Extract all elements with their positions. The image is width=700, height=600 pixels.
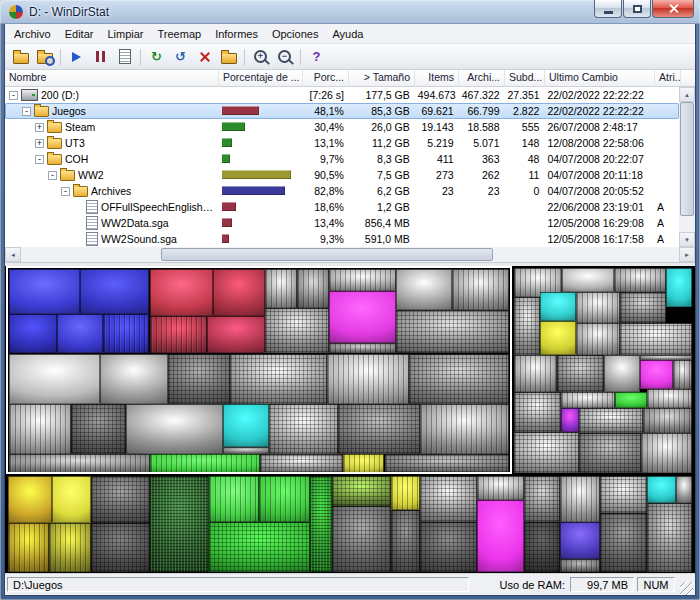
- treemap-cell[interactable]: [600, 476, 647, 513]
- tree-row[interactable]: +UT313,1%11,2 GB5.2195.07114812/08/2008 …: [5, 135, 679, 151]
- treemap-cell[interactable]: [514, 355, 557, 392]
- treemap-cell[interactable]: [310, 476, 332, 572]
- treemap-cell[interactable]: [524, 522, 560, 572]
- explorer-button[interactable]: [217, 46, 240, 68]
- column-header-6[interactable]: Subd...: [505, 70, 545, 87]
- menu-treemap[interactable]: Treemap: [151, 26, 209, 42]
- title-bar[interactable]: D: - WinDirStat: [4, 0, 696, 24]
- help-button[interactable]: ?: [305, 46, 328, 68]
- treemap-cell[interactable]: [213, 269, 265, 317]
- treemap-cell[interactable]: [561, 408, 579, 431]
- treemap-cell[interactable]: [540, 321, 576, 355]
- maximize-button[interactable]: [623, 0, 651, 18]
- treemap-cell[interactable]: [49, 523, 90, 572]
- tree-row[interactable]: -COH9,7%8,3 GB4113634804/07/2008 20:22:0…: [5, 151, 679, 167]
- open-button[interactable]: [9, 46, 32, 68]
- treemap-cell[interactable]: [332, 506, 391, 571]
- treemap-cell[interactable]: [168, 354, 230, 404]
- treemap-cell[interactable]: [579, 408, 642, 433]
- treemap-cell[interactable]: [9, 454, 150, 472]
- reload-button[interactable]: ↺: [169, 46, 192, 68]
- treemap-cell[interactable]: [540, 292, 576, 321]
- suspend-button[interactable]: [89, 46, 112, 68]
- treemap-cell[interactable]: [327, 354, 410, 404]
- treemap-cell[interactable]: [615, 392, 647, 409]
- treemap-cell[interactable]: [604, 355, 640, 392]
- treemap-cell[interactable]: [265, 308, 328, 353]
- treemap-cell[interactable]: [209, 476, 259, 522]
- treemap-cell[interactable]: [641, 433, 692, 473]
- treemap-cell[interactable]: [343, 454, 384, 472]
- treemap-cell[interactable]: [9, 404, 71, 454]
- treemap-cell[interactable]: [557, 355, 604, 392]
- treemap-cell[interactable]: [647, 476, 676, 504]
- treemap-cell[interactable]: [150, 269, 213, 317]
- scroll-left-button[interactable]: ◄: [5, 247, 21, 262]
- treemap-cell[interactable]: [576, 323, 620, 355]
- column-header-8[interactable]: Atri...: [655, 70, 681, 87]
- treemap-cell[interactable]: [477, 476, 524, 500]
- treemap-cell[interactable]: [385, 454, 509, 472]
- tree-row[interactable]: WW2Sound.sga9,3%591,0 MB12/05/2008 16:17…: [5, 231, 679, 247]
- treemap-cell[interactable]: [676, 476, 693, 504]
- treemap-cell[interactable]: [223, 447, 269, 455]
- treemap-cell[interactable]: [269, 404, 338, 454]
- treemap-cell[interactable]: [562, 268, 614, 292]
- tree-row[interactable]: -200 (D:)[7:26 s]177,5 GB494.673467.3222…: [5, 87, 679, 103]
- treemap-cell[interactable]: [396, 310, 509, 353]
- treemap-cell[interactable]: [396, 269, 453, 310]
- treemap-cell[interactable]: [126, 404, 223, 454]
- treemap-cell[interactable]: [329, 269, 396, 291]
- treemap-cell[interactable]: [150, 476, 209, 572]
- treemap-cell[interactable]: [91, 523, 150, 572]
- treemap-cell[interactable]: [207, 316, 265, 353]
- tree-expander[interactable]: -: [9, 91, 18, 100]
- scroll-down-button[interactable]: ▼: [679, 232, 695, 247]
- treemap-cell[interactable]: [620, 292, 666, 323]
- delete-button[interactable]: [193, 46, 216, 68]
- treemap-cell[interactable]: [9, 314, 57, 353]
- treemap[interactable]: [5, 266, 695, 573]
- column-header-0[interactable]: Nombre: [5, 70, 219, 87]
- treemap-cell[interactable]: [57, 314, 103, 353]
- tree-row[interactable]: OFFullSpeechEnglish.sga18,6%1,2 GB22/06/…: [5, 199, 679, 215]
- treemap-cell[interactable]: [332, 476, 391, 507]
- treemap-cell[interactable]: [409, 354, 508, 404]
- tree-expander[interactable]: -: [61, 187, 70, 196]
- column-header-7[interactable]: Ultimo Cambio: [545, 70, 655, 87]
- treemap-cell[interactable]: [260, 454, 343, 472]
- treemap-cell[interactable]: [420, 522, 477, 572]
- treemap-cell[interactable]: [666, 268, 692, 308]
- treemap-cell[interactable]: [150, 316, 207, 353]
- treemap-cell[interactable]: [560, 559, 600, 572]
- close-button[interactable]: [652, 0, 694, 18]
- tree-expander[interactable]: -: [35, 155, 44, 164]
- treemap-cell[interactable]: [514, 297, 541, 355]
- treemap-cell[interactable]: [8, 476, 52, 523]
- treemap-cell[interactable]: [150, 454, 260, 472]
- tree-expander[interactable]: -: [22, 107, 31, 116]
- report-button[interactable]: [113, 46, 136, 68]
- treemap-cell[interactable]: [103, 314, 149, 353]
- menu-ayuda[interactable]: Ayuda: [325, 26, 370, 42]
- treemap-cell[interactable]: [647, 503, 693, 571]
- treemap-cell[interactable]: [209, 522, 310, 572]
- treemap-cell[interactable]: [391, 476, 420, 511]
- column-header-2[interactable]: Porc...: [303, 70, 349, 87]
- treemap-cell[interactable]: [673, 360, 692, 389]
- treemap-cell[interactable]: [100, 354, 168, 404]
- treemap-cell[interactable]: [52, 476, 91, 523]
- refresh-all-button[interactable]: ↻: [145, 46, 168, 68]
- treemap-cell[interactable]: [600, 513, 647, 572]
- treemap-cell[interactable]: [614, 268, 666, 292]
- scroll-up-button[interactable]: ▲: [679, 87, 695, 102]
- zoom-out-button[interactable]: [273, 46, 296, 68]
- column-header-3[interactable]: > Tamaño: [349, 70, 415, 87]
- menu-opciones[interactable]: Opciones: [265, 26, 325, 42]
- treemap-cell[interactable]: [620, 323, 692, 355]
- treemap-cell[interactable]: [80, 269, 150, 314]
- resize-grip[interactable]: [680, 582, 693, 595]
- tree-row[interactable]: -Archives82,8%6,2 GB2323004/07/2008 20:0…: [5, 183, 679, 199]
- treemap-cell[interactable]: [579, 433, 641, 473]
- treemap-cell[interactable]: [391, 510, 420, 571]
